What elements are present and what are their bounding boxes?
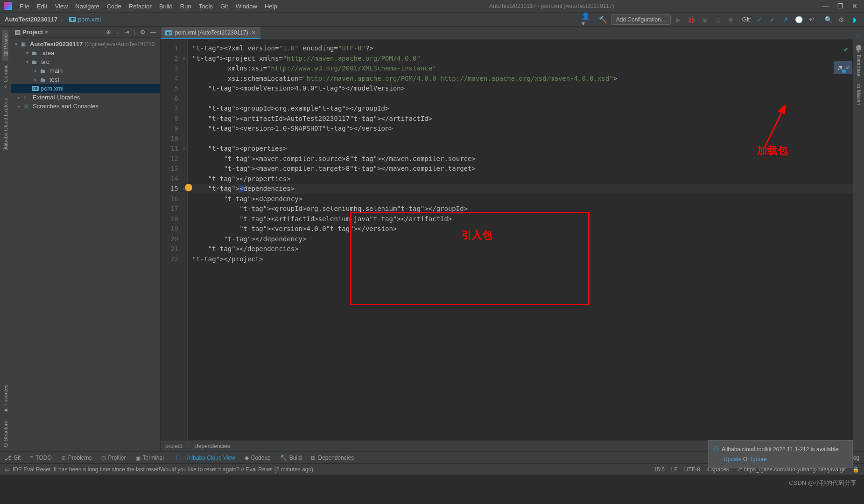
sidebar-item-favorites[interactable]: ★ Favorites bbox=[2, 381, 8, 417]
menu-code[interactable]: Code bbox=[103, 1, 125, 12]
crumb-dependencies[interactable]: dependencies bbox=[195, 443, 230, 449]
coverage-icon[interactable]: ◉ bbox=[700, 14, 710, 25]
notification-update-link[interactable]: Update bbox=[724, 456, 742, 462]
overlay-close-icon[interactable]: ✕ bbox=[845, 63, 849, 73]
sidebar-item-maven[interactable]: m Maven bbox=[856, 80, 862, 109]
breadcrumb-sep: 〉 bbox=[60, 15, 66, 24]
window-controls: — ❐ ✕ bbox=[822, 2, 861, 10]
tool-todo[interactable]: ≡ TODO bbox=[30, 455, 51, 461]
window-title: AutoTest20230117 - pom.xml (AutoTest2023… bbox=[281, 3, 822, 9]
menu-refactor[interactable]: Refactor bbox=[125, 1, 155, 12]
profile-icon[interactable]: ◷ bbox=[713, 14, 723, 25]
git-history-icon[interactable]: 🕓 bbox=[794, 14, 804, 25]
intention-bulb-icon[interactable] bbox=[185, 184, 192, 191]
git-label: Git: bbox=[742, 16, 752, 23]
maven-reimport-overlay[interactable]: m ✕ bbox=[834, 61, 852, 74]
sidebar-item-commit[interactable]: ○ Commit bbox=[3, 61, 8, 93]
inspection-ok-icon[interactable]: ✔ bbox=[843, 44, 848, 55]
run-icon[interactable]: ▶ bbox=[674, 14, 684, 25]
close-button[interactable]: ✕ bbox=[852, 2, 857, 10]
project-panel-toolbar: ⊕ ≡ ⇥ | ⚙ — bbox=[106, 28, 156, 35]
settings-icon[interactable]: ⚙ bbox=[836, 14, 846, 25]
status-line-sep[interactable]: LF bbox=[671, 466, 678, 473]
sidebar-item-alibaba[interactable]: 〔〕 Alibaba Cloud Explorer bbox=[2, 93, 9, 155]
hide-panel-icon[interactable]: — bbox=[150, 28, 156, 35]
menu-run[interactable]: Run bbox=[176, 1, 195, 12]
sidebar-item-theme-txt[interactable]: 主题切换器 bbox=[855, 37, 862, 44]
main-area: ▤ Project ○ Commit 〔〕 Alibaba Cloud Expl… bbox=[0, 27, 864, 451]
tree-row[interactable]: mpom.xml bbox=[11, 84, 160, 93]
maven-overlay-letter: m bbox=[838, 63, 842, 73]
tool-codeup[interactable]: ◆ Codeup bbox=[245, 455, 271, 461]
editor-tab-pom[interactable]: m pom.xml (AutoTest20230117) ✕ bbox=[161, 27, 260, 39]
tool-profiler[interactable]: ◷ Profiler bbox=[101, 455, 126, 461]
editor-side: m pom.xml (AutoTest20230117) ✕ 123456789… bbox=[161, 27, 853, 451]
project-tree[interactable]: ▾▣ AutoTest20230117 D:\gitee\java\AutoTe… bbox=[11, 38, 160, 112]
tree-row[interactable]: ▸🖿test bbox=[11, 75, 160, 84]
menu-tools[interactable]: Tools bbox=[195, 1, 217, 12]
tree-row[interactable]: ▸⫴External Libraries bbox=[11, 93, 160, 102]
tree-row[interactable]: ▸🖿main bbox=[11, 66, 160, 75]
panel-gear-icon[interactable]: ⚙ bbox=[140, 28, 146, 35]
breadcrumb-file[interactable]: mpom.xml bbox=[69, 16, 101, 23]
tree-row[interactable]: ▸⊞Scratches and Consoles bbox=[11, 102, 160, 111]
status-lock-icon[interactable]: 🔒 bbox=[852, 466, 859, 473]
collapse-icon[interactable]: ⇥ bbox=[124, 28, 129, 35]
maximize-button[interactable]: ❐ bbox=[837, 2, 843, 10]
crumb-project[interactable]: project bbox=[165, 443, 182, 449]
stop-icon[interactable]: ■ bbox=[726, 14, 736, 25]
line-numbers: 12345678910111213141516171819202122 bbox=[161, 40, 181, 440]
tree-row[interactable]: ▾🖿src bbox=[11, 57, 160, 66]
sidebar-item-project[interactable]: ▤ Project bbox=[2, 29, 8, 61]
menu-git[interactable]: Git bbox=[217, 1, 232, 12]
fold-gutter[interactable]: ⊟⊟⊥⊟⊟⊥⊥⊥ bbox=[181, 40, 188, 440]
git-rollback-icon[interactable]: ↶ bbox=[807, 14, 817, 25]
breadcrumb: AutoTest20230117 〉 mpom.xml bbox=[0, 15, 582, 24]
tool-dependencies[interactable]: ⊞ Dependencies bbox=[311, 455, 354, 461]
editor: m pom.xml (AutoTest20230117) ✕ 123456789… bbox=[161, 27, 853, 451]
tool-git[interactable]: ⎇ Git bbox=[5, 455, 21, 461]
menu-edit[interactable]: Edit bbox=[33, 1, 51, 12]
tool-problems[interactable]: ⊘ Problems bbox=[61, 455, 92, 461]
expand-icon[interactable]: ≡ bbox=[116, 28, 119, 35]
tool-alibaba-view[interactable]: 〔〕 Alibaba Cloud View bbox=[173, 454, 235, 462]
locate-icon[interactable]: ⊕ bbox=[106, 28, 111, 35]
status-encoding[interactable]: UTF-8 bbox=[684, 466, 700, 473]
git-update-icon[interactable]: ✓ bbox=[754, 14, 765, 25]
search-icon[interactable]: 🔍 bbox=[823, 14, 833, 25]
menu-window[interactable]: Window bbox=[232, 1, 261, 12]
menu-file[interactable]: File bbox=[16, 1, 33, 12]
code-text[interactable]: ✔ m ✕ "t-tag"><?xml version="1.0" encodi… bbox=[188, 40, 853, 440]
project-panel-header: ▤ Project ▾ ⊕ ≡ ⇥ | ⚙ — bbox=[11, 27, 160, 38]
project-panel-title[interactable]: ▤ Project ▾ bbox=[15, 28, 106, 35]
tool-terminal[interactable]: ▣ Terminal bbox=[135, 455, 164, 461]
notification-title: ⓘ Alibaba cloud toolkit 2022.11.1-212 is… bbox=[713, 445, 848, 453]
menu-navigate[interactable]: Navigate bbox=[71, 1, 103, 12]
add-configuration-button[interactable]: Add Configuration... bbox=[611, 14, 671, 25]
build-icon[interactable]: 🔨 bbox=[598, 14, 608, 25]
tree-row[interactable]: ▾🖿.idea bbox=[11, 49, 160, 57]
notification-ignore-link[interactable]: Ignore bbox=[751, 456, 767, 462]
alibaba-toolkit-icon[interactable]: ◗ bbox=[849, 14, 859, 25]
sidebar-item-theme[interactable]: 〔〕 bbox=[855, 29, 862, 37]
refresh-dot-icon bbox=[842, 70, 846, 73]
minimize-button[interactable]: — bbox=[822, 2, 829, 10]
menu-build[interactable]: Build bbox=[155, 1, 176, 12]
menu-help[interactable]: Help bbox=[261, 1, 281, 12]
debug-icon[interactable]: 🐞 bbox=[687, 14, 697, 25]
close-tab-icon[interactable]: ✕ bbox=[251, 29, 256, 36]
code-area[interactable]: 12345678910111213141516171819202122 ⊟⊟⊥⊟… bbox=[161, 40, 853, 440]
sidebar-item-structure[interactable]: ⌬ Structure bbox=[2, 417, 8, 451]
tool-build[interactable]: 🔨 Build bbox=[280, 455, 302, 461]
status-icon[interactable]: ▭ bbox=[5, 466, 10, 473]
git-commit-icon[interactable]: ✓ bbox=[767, 14, 778, 25]
status-message: IDE Eval Reset: It has been a long time … bbox=[13, 466, 313, 473]
breadcrumb-root[interactable]: AutoTest20230117 bbox=[5, 16, 57, 23]
git-push-icon[interactable]: ↗ bbox=[780, 14, 791, 25]
maven-icon: m bbox=[69, 17, 76, 22]
tree-root[interactable]: ▾▣ AutoTest20230117 D:\gitee\java\AutoTe… bbox=[11, 40, 160, 49]
sidebar-item-database[interactable]: 🗄 Database bbox=[856, 44, 862, 80]
user-icon[interactable]: 👤▾ bbox=[582, 14, 592, 25]
menu-view[interactable]: View bbox=[51, 1, 71, 12]
status-caret-pos[interactable]: 15:6 bbox=[653, 466, 664, 473]
